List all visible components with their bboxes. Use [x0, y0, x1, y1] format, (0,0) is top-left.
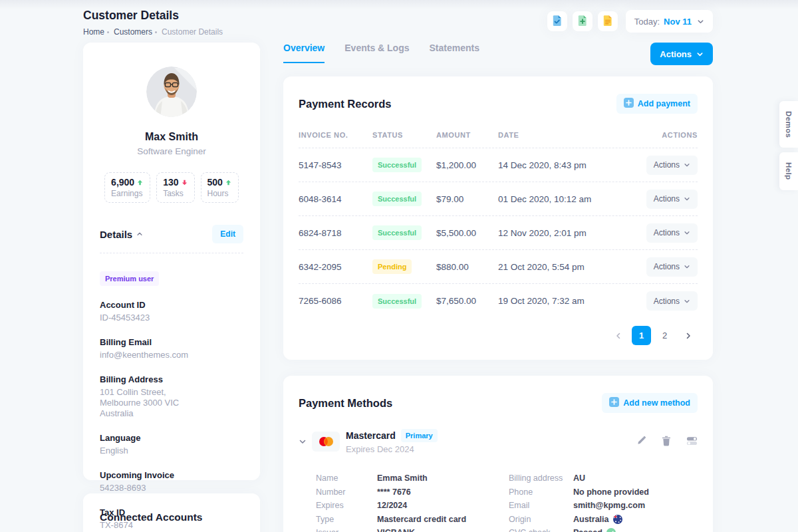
payment-records-card: Payment Records Add payment INVOICE NO.S…	[283, 76, 713, 360]
breadcrumb-separator-dot	[155, 31, 157, 33]
arrow-up-icon	[225, 179, 232, 186]
payment-methods-card: Payment Methods Add new method Mastercar…	[283, 376, 713, 532]
stat-label: Tasks	[163, 189, 188, 198]
edit-method-button[interactable]	[636, 436, 646, 448]
card-details: NameEmma SmithNumber**** 7676Expires12/2…	[316, 471, 698, 532]
detail-field-value: ID-45453423	[100, 313, 243, 323]
details-toggle[interactable]: Details	[100, 229, 143, 240]
amount: $7,650.00	[436, 296, 498, 306]
status-badge: Pending	[372, 259, 412, 274]
row-actions-button[interactable]: Actions	[646, 223, 698, 243]
row-actions-button[interactable]: Actions	[646, 156, 698, 175]
card-detail-value: VICBANK	[377, 528, 415, 532]
primary-badge: Primary	[401, 429, 438, 442]
card-detail-row: CVC checkPassed	[509, 526, 649, 532]
today-label: Today:	[634, 17, 660, 27]
actions-button[interactable]: Actions	[650, 43, 713, 65]
card-detail-value: Passed	[573, 528, 602, 532]
table-header-row: INVOICE NO.STATUSAMOUNTDATEACTIONS	[299, 122, 698, 148]
chevron-down-icon[interactable]	[299, 438, 312, 446]
chevron-up-icon	[136, 231, 143, 237]
invoice-number: 6342-2095	[299, 262, 372, 272]
card-detail-label: Type	[316, 515, 377, 524]
pencil-icon	[636, 436, 646, 448]
page-button-1[interactable]: 1	[632, 326, 651, 345]
actions-button-label: Actions	[660, 49, 692, 59]
card-detail-label: Number	[316, 487, 377, 497]
detail-field: Account IDID-45453423	[100, 300, 243, 323]
arrow-up-icon	[136, 179, 144, 186]
row-actions-button[interactable]: Actions	[646, 257, 698, 277]
table-row: 6048-3614Successful$79.0001 Dec 2020, 10…	[299, 182, 698, 216]
toggles-icon-button[interactable]	[686, 436, 698, 448]
premium-user-badge: Premium user	[100, 271, 159, 286]
card-detail-label: Email	[509, 501, 573, 510]
card-detail-row: Expires12/2024	[316, 499, 509, 513]
tab-events-logs[interactable]: Events & Logs	[344, 43, 409, 63]
add-payment-button[interactable]: Add payment	[616, 94, 698, 114]
chevron-down-icon	[684, 196, 690, 202]
payment-records-table: INVOICE NO.STATUSAMOUNTDATEACTIONS 5147-…	[283, 122, 713, 318]
tab-overview[interactable]: Overview	[283, 43, 325, 63]
detail-field: Billing Emailinfo@keenthemes.com	[100, 337, 243, 360]
chevron-down-icon	[684, 162, 690, 168]
help-tab[interactable]: Help	[779, 152, 798, 190]
date-selector[interactable]: Today: Nov 11	[626, 10, 713, 33]
next-page-button[interactable]	[678, 326, 698, 345]
card-detail-value: AU	[573, 473, 585, 483]
arrow-down-icon	[181, 179, 188, 186]
status-badge: Successful	[372, 294, 422, 309]
file-lines-button[interactable]	[598, 11, 618, 31]
details-title: Details	[100, 229, 132, 240]
plus-square-icon	[609, 397, 619, 409]
profile-stat: 6,900Earnings	[104, 172, 150, 203]
divider	[100, 253, 243, 253]
row-actions-button[interactable]: Actions	[646, 291, 698, 311]
side-tabs: Demos Help	[779, 101, 798, 190]
previous-page-button[interactable]	[608, 326, 628, 345]
breadcrumb-item: Customer Details	[162, 27, 223, 37]
detail-field-label: Billing Address	[100, 374, 243, 384]
delete-method-button[interactable]	[662, 436, 671, 448]
payment-records-title: Payment Records	[299, 98, 391, 110]
breadcrumb-item[interactable]: Customers	[114, 27, 152, 37]
amount: $1,200.00	[436, 160, 498, 170]
stat-label: Hours	[207, 189, 232, 198]
chevron-down-icon	[697, 18, 704, 25]
stat-value: 500	[207, 177, 223, 188]
breadcrumb-item[interactable]: Home	[83, 27, 104, 37]
tabs: OverviewEvents & LogsStatements	[283, 43, 479, 63]
add-new-method-button[interactable]: Add new method	[602, 393, 698, 413]
amount: $880.00	[436, 262, 498, 272]
edit-button[interactable]: Edit	[212, 225, 243, 243]
detail-field-value: 54238-8693	[100, 483, 243, 493]
date: 12 Nov 2020, 2:01 pm	[498, 228, 638, 238]
card-detail-row: Billing addressAU	[509, 471, 649, 485]
avatar	[146, 66, 197, 117]
detail-field-label: Billing Email	[100, 337, 243, 347]
card-detail-label: Issuer	[316, 528, 377, 532]
file-plus-button[interactable]	[573, 11, 593, 31]
australia-flag-icon	[613, 515, 622, 524]
card-detail-label: Billing address	[509, 473, 573, 483]
card-detail-value: No phone provided	[573, 487, 649, 497]
card-detail-row: Number**** 7676	[316, 485, 509, 499]
date: 14 Dec 2020, 8:43 pm	[498, 160, 638, 170]
card-detail-value: **** 7676	[377, 487, 411, 497]
profile-stat: 500Hours	[201, 172, 239, 203]
card-detail-value: Emma Smith	[377, 473, 428, 483]
table-row: 5147-8543Successful$1,200.0014 Dec 2020,…	[299, 148, 698, 182]
file-check-button[interactable]	[547, 11, 567, 31]
status-badge: Successful	[372, 192, 422, 206]
row-actions-label: Actions	[654, 262, 680, 271]
row-actions-button[interactable]: Actions	[646, 190, 698, 209]
check-circle-icon	[606, 528, 616, 532]
card-detail-label: Origin	[509, 515, 573, 524]
page-title: Customer Details	[83, 9, 223, 23]
stat-value: 130	[163, 177, 178, 188]
status-badge: Successful	[372, 158, 422, 172]
page-button-2[interactable]: 2	[655, 326, 674, 345]
tab-statements[interactable]: Statements	[430, 43, 479, 63]
chevron-down-icon	[684, 263, 690, 270]
demos-tab[interactable]: Demos	[779, 101, 798, 148]
